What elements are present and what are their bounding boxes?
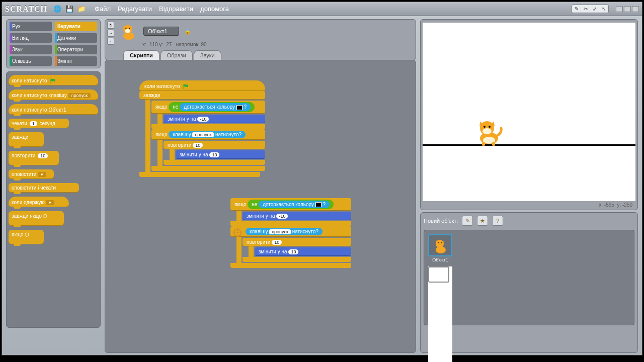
cat-motion[interactable]: Рух — [10, 22, 52, 31]
block-forever[interactable]: завжди — [139, 91, 265, 100]
flag-icon — [50, 78, 55, 83]
block-change-y-pos[interactable]: змінити y на 10 — [176, 150, 265, 159]
scratch-logo: SCRATCH — [5, 5, 47, 14]
stage-sprite-cat[interactable] — [473, 118, 503, 146]
rotate-none-icon[interactable]: · — [107, 38, 114, 45]
block-change-y-neg-copy[interactable]: змінити y на -10 — [243, 212, 351, 220]
svg-point-17 — [436, 240, 444, 248]
surprise-sprite-button[interactable]: ? — [492, 216, 503, 226]
right-column: ⚑ x: -595 y: -250 Новий об'єкт: ✎ — [418, 17, 642, 355]
choose-sprite-button[interactable]: ★ — [477, 216, 488, 226]
block-change-y-neg[interactable]: змінити y на -10 — [164, 115, 265, 123]
left-column: Рух Керувати Вигляд Датчики Звук Операто… — [2, 17, 103, 355]
lock-icon[interactable]: 🔒 — [184, 28, 191, 35]
paint-sprite-button[interactable]: ✎ — [462, 216, 473, 226]
cat-sensing[interactable]: Датчики — [55, 33, 97, 43]
stage[interactable] — [423, 23, 635, 201]
new-sprite-label: Новий об'єкт: — [424, 218, 458, 224]
palette-when-sprite[interactable]: коли натиснуто Об'єкт1 — [9, 104, 98, 115]
block-palette: коли натиснуто коли натиснуто клавішу пр… — [6, 71, 101, 328]
rotate-free-icon[interactable]: ↻ — [107, 22, 114, 29]
cat-control[interactable]: Керувати — [55, 22, 97, 31]
palette-when-receive[interactable]: коли одержую ▾ — [9, 197, 69, 207]
open-icon[interactable]: 📁 — [77, 5, 86, 14]
scripts-area[interactable]: коли натиснуто завжди якщо не доторкаєть… — [105, 60, 416, 353]
block-when-flag[interactable]: коли натиснуто — [139, 80, 265, 91]
sprite-thumbnail-icon — [118, 22, 138, 41]
save-icon[interactable]: 💾 — [65, 5, 74, 14]
palette-broadcast-wait[interactable]: оповістити і чекати — [9, 183, 79, 193]
svg-point-3 — [125, 28, 126, 29]
block-key-pressed[interactable]: клавішу пропуск натиснуто? — [169, 131, 246, 138]
svg-point-18 — [438, 242, 439, 243]
middle-column: ↻ ↔ · Об'єкт1 🔒 x: -110 y: -27 напрямок:… — [103, 17, 418, 355]
script-stack-2[interactable]: якщо не доторкається кольору ? змінити y… — [230, 198, 351, 268]
stamp-icon[interactable]: ✎ — [572, 5, 581, 13]
globe-icon[interactable]: 🌐 — [53, 5, 62, 14]
cat-looks[interactable]: Вигляд — [10, 33, 52, 43]
edit-tool-buttons: ✎ ✂ ⤢ ⤡ — [572, 5, 609, 13]
cursor-icon — [233, 228, 242, 237]
block-repeat[interactable]: повторити 10 — [164, 141, 265, 149]
stage-thumb[interactable]: Сцена — [428, 266, 452, 362]
svg-point-19 — [441, 242, 442, 243]
palette-when-key[interactable]: коли натиснуто клавішу пропуск — [9, 89, 98, 100]
menu-file[interactable]: Файл — [95, 5, 111, 13]
script-stack-1[interactable]: коли натиснуто завжди якщо не доторкаєть… — [139, 80, 265, 177]
rotate-lr-icon[interactable]: ↔ — [107, 30, 114, 37]
cut-icon[interactable]: ✂ — [581, 5, 590, 13]
sprite-name-field[interactable]: Об'єкт1 — [143, 27, 179, 36]
editor-tabs: Скрипти Образи Звуки — [123, 50, 412, 60]
block-if-2[interactable]: якщо клавішу пропуск натиснуто? — [151, 129, 265, 140]
svg-point-11 — [482, 128, 492, 134]
palette-if[interactable]: якщо ⬡ — [9, 230, 44, 244]
palette-forever[interactable]: завжди — [9, 132, 44, 147]
presentation-icon[interactable] — [632, 6, 639, 12]
block-if-1[interactable]: якщо не доторкається кольору ? — [151, 101, 265, 113]
stage-ground-line — [423, 144, 635, 146]
block-repeat-copy[interactable]: повторити 10 — [243, 238, 351, 246]
cat-pen[interactable]: Олівець — [10, 56, 52, 66]
svg-point-4 — [129, 28, 130, 29]
large-stage-icon[interactable] — [624, 6, 631, 12]
small-stage-icon[interactable] — [616, 6, 623, 12]
svg-rect-14 — [482, 142, 485, 146]
grow-icon[interactable]: ⤢ — [590, 5, 599, 13]
shrink-icon[interactable]: ⤡ — [599, 5, 608, 13]
sprite-thumb-1[interactable]: Об'єкт1 — [428, 234, 452, 262]
palette-broadcast[interactable]: оповістити ▾ — [9, 169, 54, 179]
stage-panel: ⚑ x: -595 y: -250 — [420, 19, 638, 210]
top-right-controls: ✎ ✂ ⤢ ⤡ — [572, 5, 639, 13]
flag-icon — [183, 84, 188, 89]
palette-forever-if[interactable]: завжди якщо ⬡ — [9, 211, 64, 226]
tab-sounds[interactable]: Звуки — [194, 50, 221, 60]
svg-rect-15 — [492, 142, 495, 146]
mouse-coords: x: -595 y: -250 — [423, 201, 635, 208]
cat-sound[interactable]: Звук — [10, 45, 52, 54]
cat-variables[interactable]: Змінні — [55, 56, 97, 66]
sprite-list-panel: Новий об'єкт: ✎ ★ ? Об'єкт1 Сцена — [420, 212, 638, 353]
block-if-copy-2[interactable]: клавішу пропуск натиснуто? — [230, 226, 351, 237]
menu-help[interactable]: допомога — [200, 5, 229, 13]
menu-edit[interactable]: Редагувати — [118, 5, 152, 13]
cat-operators[interactable]: Оператори — [55, 45, 97, 54]
svg-point-12 — [484, 126, 486, 128]
tab-costumes[interactable]: Образи — [160, 50, 193, 60]
block-not[interactable]: не доторкається кольору ? — [169, 102, 255, 112]
block-if-copy-1[interactable]: якщо не доторкається кольору ? — [230, 198, 351, 211]
tab-scripts[interactable]: Скрипти — [123, 50, 159, 60]
sprite-header: ↻ ↔ · Об'єкт1 🔒 x: -110 y: -27 напрямок:… — [105, 19, 416, 60]
svg-point-13 — [489, 126, 491, 128]
menu-share[interactable]: Відправити — [159, 5, 193, 13]
palette-repeat[interactable]: повторити 10 — [9, 151, 59, 165]
block-touching-color[interactable]: доторкається кольору ? — [180, 103, 251, 111]
svg-point-2 — [125, 29, 130, 33]
block-categories: Рух Керувати Вигляд Датчики Звук Операто… — [6, 19, 101, 68]
block-change-y-pos-copy[interactable]: змінити y на 10 — [255, 247, 351, 256]
sprite-coords: x: -110 y: -27 напрямок: 90 — [142, 42, 412, 47]
stage-view-buttons — [616, 6, 639, 12]
palette-wait[interactable]: чекати 1 секунд — [9, 119, 69, 128]
top-toolbar: SCRATCH 🌐 💾 📁 Файл Редагувати Відправити… — [2, 2, 642, 16]
menu-bar: Файл Редагувати Відправити допомога — [95, 5, 229, 13]
palette-when-flag[interactable]: коли натиснуто — [9, 75, 98, 85]
